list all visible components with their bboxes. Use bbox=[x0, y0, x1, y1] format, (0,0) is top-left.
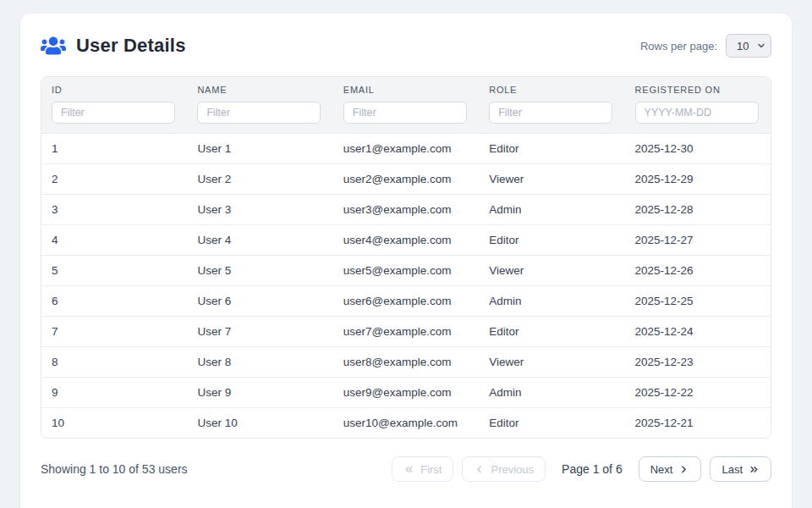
cell-email: user9@example.com bbox=[333, 378, 479, 408]
role-filter-input[interactable] bbox=[489, 102, 612, 124]
cell-name: User 1 bbox=[187, 134, 332, 164]
cell-email: user7@example.com bbox=[333, 317, 479, 347]
first-page-button[interactable]: First bbox=[392, 456, 453, 482]
column-header-id: ID bbox=[41, 77, 187, 100]
name-filter-input[interactable] bbox=[197, 102, 321, 124]
cell-registered: 2025-12-25 bbox=[625, 286, 771, 317]
cell-email: user6@example.com bbox=[333, 286, 479, 317]
first-page-label: First bbox=[420, 463, 442, 476]
page-indicator: Page 1 of 6 bbox=[562, 462, 623, 476]
cell-id: 3 bbox=[41, 195, 187, 225]
cell-id: 8 bbox=[41, 347, 187, 378]
cell-role: Admin bbox=[479, 378, 624, 408]
table-row[interactable]: 3 User 3 user3@example.com Admin 2025-12… bbox=[41, 195, 771, 225]
column-header-role: ROLE bbox=[479, 77, 624, 100]
table-row[interactable]: 4 User 4 user4@example.com Editor 2025-1… bbox=[41, 225, 771, 256]
cell-registered: 2025-12-23 bbox=[625, 347, 771, 378]
email-filter-input[interactable] bbox=[343, 102, 467, 124]
cell-name: User 5 bbox=[187, 256, 332, 286]
cell-id: 10 bbox=[41, 408, 187, 439]
table-row[interactable]: 1 User 1 user1@example.com Editor 2025-1… bbox=[41, 134, 771, 164]
cell-email: user5@example.com bbox=[333, 256, 479, 286]
users-table-wrap: ID NAME EMAIL ROLE REGISTERED ON 1 User … bbox=[41, 76, 771, 439]
table-row[interactable]: 10 User 10 user10@example.com Editor 202… bbox=[41, 408, 771, 439]
rows-per-page-select[interactable]: 10 bbox=[726, 34, 771, 58]
cell-id: 1 bbox=[41, 134, 187, 164]
card-header: User Details Rows per page: 10 bbox=[41, 34, 771, 58]
table-row[interactable]: 5 User 5 user5@example.com Viewer 2025-1… bbox=[41, 256, 771, 286]
chevrons-left-icon bbox=[403, 464, 414, 475]
cell-role: Editor bbox=[479, 134, 624, 164]
previous-page-label: Previous bbox=[491, 463, 534, 476]
table-row[interactable]: 9 User 9 user9@example.com Admin 2025-12… bbox=[41, 378, 771, 408]
cell-registered: 2025-12-29 bbox=[625, 164, 771, 195]
users-table: ID NAME EMAIL ROLE REGISTERED ON 1 User … bbox=[41, 77, 771, 438]
cell-registered: 2025-12-27 bbox=[625, 225, 771, 256]
cell-email: user4@example.com bbox=[333, 225, 479, 256]
cell-name: User 10 bbox=[187, 408, 332, 439]
rows-per-page-label: Rows per page: bbox=[640, 40, 717, 52]
last-page-button[interactable]: Last bbox=[710, 456, 771, 482]
next-page-label: Next bbox=[650, 463, 673, 476]
cell-role: Admin bbox=[479, 195, 624, 225]
cell-role: Viewer bbox=[479, 164, 624, 195]
users-icon bbox=[41, 36, 66, 56]
cell-name: User 7 bbox=[187, 317, 332, 347]
column-header-registered: REGISTERED ON bbox=[625, 77, 771, 100]
cell-registered: 2025-12-21 bbox=[625, 408, 771, 439]
cell-registered: 2025-12-24 bbox=[625, 317, 771, 347]
filter-row bbox=[41, 100, 771, 134]
rows-per-page: Rows per page: 10 bbox=[640, 34, 771, 58]
pagination: First Previous Page 1 of 6 Next Last bbox=[392, 456, 771, 482]
chevron-left-icon bbox=[474, 464, 485, 475]
cell-role: Admin bbox=[479, 286, 624, 317]
cell-id: 5 bbox=[41, 256, 187, 286]
cell-name: User 9 bbox=[187, 378, 332, 408]
page-title: User Details bbox=[76, 35, 186, 57]
previous-page-button[interactable]: Previous bbox=[462, 456, 546, 482]
last-page-label: Last bbox=[721, 463, 743, 476]
table-row[interactable]: 7 User 7 user7@example.com Editor 2025-1… bbox=[41, 317, 771, 347]
cell-name: User 3 bbox=[187, 195, 332, 225]
cell-role: Editor bbox=[479, 225, 624, 256]
column-header-row: ID NAME EMAIL ROLE REGISTERED ON bbox=[41, 77, 771, 100]
column-header-email: EMAIL bbox=[333, 77, 479, 100]
cell-id: 9 bbox=[41, 378, 187, 408]
cell-role: Editor bbox=[479, 408, 624, 439]
next-page-button[interactable]: Next bbox=[639, 456, 702, 482]
table-row[interactable]: 8 User 8 user8@example.com Viewer 2025-1… bbox=[41, 347, 771, 378]
cell-id: 2 bbox=[41, 164, 187, 195]
cell-role: Viewer bbox=[479, 256, 624, 286]
cell-role: Viewer bbox=[479, 347, 624, 378]
cell-id: 4 bbox=[41, 225, 187, 256]
cell-email: user8@example.com bbox=[333, 347, 479, 378]
cell-id: 7 bbox=[41, 317, 187, 347]
id-filter-input[interactable] bbox=[52, 102, 175, 124]
cell-name: User 4 bbox=[187, 225, 332, 256]
cell-name: User 2 bbox=[187, 164, 332, 195]
cell-email: user2@example.com bbox=[333, 164, 479, 195]
table-row[interactable]: 6 User 6 user6@example.com Admin 2025-12… bbox=[41, 286, 771, 317]
card-footer: Showing 1 to 10 of 53 users First Previo… bbox=[41, 456, 771, 495]
cell-registered: 2025-12-28 bbox=[625, 195, 771, 225]
cell-registered: 2025-12-30 bbox=[625, 134, 771, 164]
cell-id: 6 bbox=[41, 286, 187, 317]
table-body: 1 User 1 user1@example.com Editor 2025-1… bbox=[41, 134, 771, 439]
cell-registered: 2025-12-22 bbox=[625, 378, 771, 408]
results-summary: Showing 1 to 10 of 53 users bbox=[41, 462, 188, 476]
chevrons-right-icon bbox=[749, 464, 760, 475]
cell-name: User 6 bbox=[187, 286, 332, 317]
column-header-name: NAME bbox=[187, 77, 332, 100]
user-details-card: User Details Rows per page: 10 ID NAME E… bbox=[20, 14, 792, 508]
registered-filter-input[interactable] bbox=[635, 102, 759, 124]
table-row[interactable]: 2 User 2 user2@example.com Viewer 2025-1… bbox=[41, 164, 771, 195]
title-wrap: User Details bbox=[41, 35, 186, 57]
cell-name: User 8 bbox=[187, 347, 332, 378]
cell-role: Editor bbox=[479, 317, 624, 347]
cell-email: user10@example.com bbox=[333, 408, 479, 439]
chevron-right-icon bbox=[678, 464, 689, 475]
rows-per-page-select-wrap: 10 bbox=[726, 34, 771, 58]
cell-email: user1@example.com bbox=[333, 134, 479, 164]
cell-registered: 2025-12-26 bbox=[625, 256, 771, 286]
cell-email: user3@example.com bbox=[333, 195, 479, 225]
